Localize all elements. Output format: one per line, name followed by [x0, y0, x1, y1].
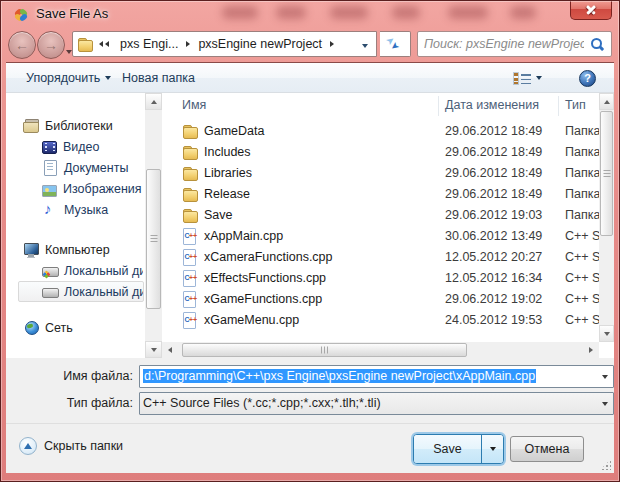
sidebar-item[interactable]: Музыка: [18, 199, 144, 220]
sidebar-item[interactable]: Документы: [18, 157, 144, 178]
new-folder-label: Новая папка: [122, 71, 195, 85]
scroll-left-button[interactable]: [162, 342, 178, 358]
column-header-date[interactable]: Дата изменения: [445, 98, 539, 112]
scroll-up-button[interactable]: [599, 93, 614, 110]
chevron-right-icon[interactable]: [186, 41, 190, 47]
file-row[interactable]: GameData29.06.2012 18:49Папка: [162, 120, 599, 141]
file-list-horizontal-scrollbar[interactable]: [162, 342, 599, 358]
file-name: xCameraFunctions.cpp: [204, 250, 442, 264]
address-dropdown[interactable]: [358, 37, 372, 51]
window-title: Save File As: [36, 6, 108, 21]
file-row[interactable]: Release29.06.2012 18:49Папка: [162, 183, 599, 204]
drive-icon: [42, 284, 58, 300]
help-icon: [579, 70, 596, 87]
app-logo-icon: [13, 7, 29, 23]
scrollbar-thumb[interactable]: [182, 343, 467, 357]
file-row[interactable]: C++xEffectsFunctions.cpp12.05.2012 16:34…: [162, 267, 599, 288]
file-list-vertical-scrollbar[interactable]: [599, 93, 614, 341]
file-name: xAppMain.cpp: [204, 229, 442, 243]
file-date: 29.06.2012 19:02: [445, 292, 563, 306]
file-name-dropdown[interactable]: [596, 366, 613, 387]
file-row[interactable]: Includes29.06.2012 18:49Папка: [162, 141, 599, 162]
file-date: 29.06.2012 19:03: [445, 208, 563, 222]
folder-icon: [182, 165, 198, 181]
back-button[interactable]: ←: [8, 31, 36, 59]
file-type: Папка: [565, 124, 599, 138]
file-type-row: Тип файла: C++ Source Files (*.cc;*.cpp;…: [6, 392, 620, 415]
dialog-client-area: Упорядочить Новая папка БиблиотекиВидеоД…: [6, 62, 614, 472]
new-folder-button[interactable]: Новая папка: [114, 63, 203, 93]
sidebar-item-label: Локальный диск: [64, 285, 144, 299]
file-row[interactable]: Libraries29.06.2012 18:49Папка: [162, 162, 599, 183]
network-icon: [23, 320, 39, 336]
column-divider[interactable]: [438, 96, 439, 116]
forward-button[interactable]: →: [37, 31, 65, 59]
file-date: 29.06.2012 18:49: [445, 145, 563, 159]
file-type: Папка: [565, 187, 599, 201]
scroll-down-button[interactable]: [599, 325, 614, 342]
column-header-name[interactable]: Имя: [182, 98, 206, 112]
file-type: Папка: [565, 208, 599, 222]
resize-grip[interactable]: [600, 459, 611, 470]
file-row[interactable]: C++xAppMain.cpp30.06.2012 13:49C++ S: [162, 225, 599, 246]
file-name-value[interactable]: d:\Programming\C++\pxs Engine\pxsEngine …: [143, 369, 536, 383]
breadcrumb-overflow-icon[interactable]: [99, 41, 110, 47]
file-name: Save: [204, 208, 442, 222]
file-name: xGameFunctions.cpp: [204, 292, 442, 306]
file-row[interactable]: C++xGameFunctions.cpp29.06.2012 19:02C++…: [162, 288, 599, 309]
organize-menu-button[interactable]: Упорядочить: [18, 63, 119, 93]
file-type-combobox[interactable]: C++ Source Files (*.cc;*.cpp;*.cxx;*.tlh…: [139, 392, 614, 415]
command-toolbar: Упорядочить Новая папка: [6, 63, 614, 93]
file-row[interactable]: Save29.06.2012 19:03Папка: [162, 204, 599, 225]
system-drive-icon: [42, 263, 58, 279]
column-divider[interactable]: [558, 96, 559, 116]
file-name-combobox[interactable]: d:\Programming\C++\pxs Engine\pxsEngine …: [139, 365, 614, 388]
file-type-dropdown[interactable]: [596, 393, 613, 414]
file-name-label: Имя файла:: [6, 369, 133, 383]
cpp-file-icon: C++: [182, 270, 196, 286]
sidebar-group-label: Библиотеки: [45, 119, 113, 133]
folder-icon: [182, 144, 198, 160]
hide-folders-button[interactable]: Скрыть папки: [19, 437, 123, 455]
file-type: Папка: [565, 145, 599, 159]
search-icon[interactable]: [590, 37, 604, 51]
refresh-button[interactable]: ➤➤: [380, 31, 411, 57]
sidebar-group-2[interactable]: Сеть: [6, 317, 145, 338]
close-icon: [586, 4, 597, 15]
chevron-right-icon[interactable]: [330, 41, 334, 47]
breadcrumb-item-parent[interactable]: pxs Engi...: [114, 37, 184, 51]
scrollbar-thumb[interactable]: [600, 111, 613, 236]
scroll-down-button[interactable]: [145, 341, 162, 358]
close-button[interactable]: [570, 0, 612, 20]
back-icon: ←: [15, 37, 29, 53]
sidebar-item[interactable]: Видео: [18, 136, 144, 157]
sidebar-item-label: Локальный диск: [64, 264, 144, 278]
file-row[interactable]: C++xGameMenu.cpp24.05.2012 19:53C++ S: [162, 309, 599, 330]
file-type: C++ S: [565, 313, 599, 327]
file-date: 12.05.2012 16:34: [445, 271, 563, 285]
file-date: 24.05.2012 19:53: [445, 313, 563, 327]
cancel-button[interactable]: Отмена: [510, 436, 584, 462]
scrollbar-thumb[interactable]: [146, 169, 161, 309]
sidebar-scrollbar[interactable]: [145, 93, 162, 358]
sidebar: БиблиотекиВидеоДокументыИзображенияМузык…: [6, 93, 145, 358]
sidebar-gap: [6, 220, 145, 239]
save-dropdown-button[interactable]: [482, 435, 503, 463]
view-mode-button[interactable]: [506, 63, 550, 93]
sidebar-item[interactable]: Локальный диск: [18, 260, 144, 281]
scroll-right-button[interactable]: [583, 342, 599, 358]
search-input[interactable]: [424, 35, 584, 53]
column-header-type[interactable]: Тип: [565, 98, 586, 112]
help-button[interactable]: [571, 63, 604, 93]
scroll-up-button[interactable]: [145, 93, 162, 110]
file-type: C++ S: [565, 292, 599, 306]
sidebar-group-0[interactable]: Библиотеки: [6, 115, 145, 136]
file-row[interactable]: C++xCameraFunctions.cpp12.05.2012 20:27C…: [162, 246, 599, 267]
breadcrumb-item-current[interactable]: pxsEngine newProject: [192, 37, 328, 51]
sidebar-item[interactable]: Локальный диск: [18, 281, 144, 302]
sidebar-item[interactable]: Изображения: [18, 178, 144, 199]
save-button[interactable]: Save: [414, 435, 482, 463]
navigation-bar: ← → pxs Engi... pxsEngine newProject ➤➤: [0, 28, 620, 62]
computer-icon: [23, 242, 39, 258]
sidebar-group-1[interactable]: Компьютер: [6, 239, 145, 260]
